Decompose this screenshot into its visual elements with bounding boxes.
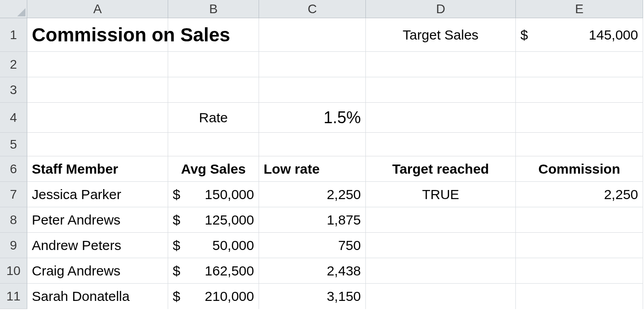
row-header-8[interactable]: 8 (0, 207, 27, 233)
currency-symbol: $ (520, 27, 528, 43)
cell-A4[interactable] (27, 103, 168, 133)
cell-D5[interactable] (366, 133, 516, 156)
currency-symbol: $ (173, 187, 180, 202)
cell-E4[interactable] (516, 103, 643, 133)
row-header-4[interactable]: 4 (0, 103, 27, 133)
spreadsheet-grid[interactable]: ABCDE1Commission on SalesTarget Sales$14… (0, 0, 644, 309)
cell-E2[interactable] (516, 52, 643, 77)
avg-sales-value: 125,000 (205, 212, 254, 228)
staff-comm[interactable] (516, 258, 643, 284)
staff-avg[interactable]: $210,000 (168, 284, 259, 309)
header-comm[interactable]: Commission (516, 156, 643, 182)
staff-avg[interactable]: $150,000 (168, 182, 259, 207)
staff-avg[interactable]: $50,000 (168, 233, 259, 258)
cell-A5[interactable] (27, 133, 168, 156)
staff-target[interactable] (366, 284, 516, 309)
cell-B5[interactable] (168, 133, 259, 156)
staff-comm[interactable]: 2,250 (516, 182, 643, 207)
staff-low[interactable]: 2,438 (259, 258, 366, 284)
currency-symbol: $ (173, 212, 180, 228)
cell-A1[interactable]: Commission on Sales (27, 18, 168, 52)
header-target[interactable]: Target reached (366, 156, 516, 182)
staff-target[interactable] (366, 233, 516, 258)
cell-D1[interactable]: Target Sales (366, 18, 516, 52)
staff-avg[interactable]: $125,000 (168, 207, 259, 233)
staff-name[interactable]: Andrew Peters (27, 233, 168, 258)
staff-target[interactable]: TRUE (366, 182, 516, 207)
cell-E3[interactable] (516, 77, 643, 103)
avg-sales-value: 150,000 (205, 187, 254, 202)
cell-A3[interactable] (27, 77, 168, 103)
row-header-9[interactable]: 9 (0, 233, 27, 258)
currency-symbol: $ (173, 238, 180, 253)
cell-D2[interactable] (366, 52, 516, 77)
cell-C4[interactable]: 1.5% (259, 103, 366, 133)
staff-comm[interactable] (516, 207, 643, 233)
staff-low[interactable]: 3,150 (259, 284, 366, 309)
staff-name[interactable]: Jessica Parker (27, 182, 168, 207)
cell-E1[interactable]: $145,000 (516, 18, 643, 52)
row-header-6[interactable]: 6 (0, 156, 27, 182)
header-staff[interactable]: Staff Member (27, 156, 168, 182)
column-header-B[interactable]: B (168, 0, 259, 18)
cell-C2[interactable] (259, 52, 366, 77)
column-header-D[interactable]: D (366, 0, 516, 18)
row-header-3[interactable]: 3 (0, 77, 27, 103)
cell-C3[interactable] (259, 77, 366, 103)
cell-D3[interactable] (366, 77, 516, 103)
staff-low[interactable]: 2,250 (259, 182, 366, 207)
staff-target[interactable] (366, 258, 516, 284)
staff-avg[interactable]: $162,500 (168, 258, 259, 284)
row-header-7[interactable]: 7 (0, 182, 27, 207)
staff-comm[interactable] (516, 233, 643, 258)
row-header-5[interactable]: 5 (0, 133, 27, 156)
avg-sales-value: 50,000 (212, 238, 254, 253)
header-avg[interactable]: Avg Sales (168, 156, 259, 182)
staff-comm[interactable] (516, 284, 643, 309)
currency-symbol: $ (173, 263, 180, 279)
svg-marker-0 (17, 8, 25, 16)
cell-B2[interactable] (168, 52, 259, 77)
column-header-A[interactable]: A (27, 0, 168, 18)
staff-name[interactable]: Craig Andrews (27, 258, 168, 284)
select-all-corner[interactable] (0, 0, 27, 18)
cell-B1[interactable] (168, 18, 259, 52)
row-header-1[interactable]: 1 (0, 18, 27, 52)
header-low[interactable]: Low rate (259, 156, 366, 182)
staff-low[interactable]: 1,875 (259, 207, 366, 233)
staff-target[interactable] (366, 207, 516, 233)
cell-B4[interactable]: Rate (168, 103, 259, 133)
target-sales-value: 145,000 (589, 27, 638, 43)
staff-low[interactable]: 750 (259, 233, 366, 258)
currency-symbol: $ (173, 289, 180, 304)
row-header-2[interactable]: 2 (0, 52, 27, 77)
row-header-10[interactable]: 10 (0, 258, 27, 284)
staff-name[interactable]: Peter Andrews (27, 207, 168, 233)
column-header-E[interactable]: E (516, 0, 643, 18)
cell-A2[interactable] (27, 52, 168, 77)
column-header-C[interactable]: C (259, 0, 366, 18)
cell-B3[interactable] (168, 77, 259, 103)
avg-sales-value: 210,000 (205, 289, 254, 304)
cell-E5[interactable] (516, 133, 643, 156)
cell-C5[interactable] (259, 133, 366, 156)
row-header-11[interactable]: 11 (0, 284, 27, 309)
cell-C1[interactable] (259, 18, 366, 52)
staff-name[interactable]: Sarah Donatella (27, 284, 168, 309)
avg-sales-value: 162,500 (205, 263, 254, 279)
cell-D4[interactable] (366, 103, 516, 133)
